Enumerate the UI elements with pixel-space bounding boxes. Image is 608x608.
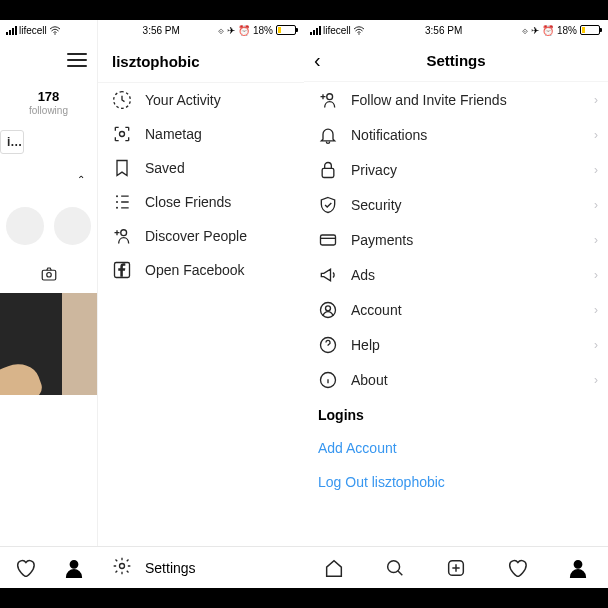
svg-point-6 [116, 201, 118, 203]
logout-link[interactable]: Log Out lisztophobic [304, 465, 608, 499]
svg-point-8 [121, 230, 127, 236]
svg-rect-14 [321, 235, 336, 245]
following-label: following [0, 105, 97, 118]
facebook-icon [112, 260, 132, 280]
account-icon [318, 300, 338, 320]
svg-rect-1 [42, 270, 56, 280]
saved-icon [112, 158, 132, 178]
close-friends-icon [112, 192, 132, 212]
signal-icon [310, 26, 321, 35]
home-tab-icon[interactable] [323, 557, 345, 579]
bell-icon [318, 125, 338, 145]
following-stat[interactable]: 178 following [0, 89, 97, 118]
lock-icon [318, 160, 338, 180]
settings-security[interactable]: Security› [304, 187, 608, 222]
nametag-icon [112, 124, 132, 144]
megaphone-icon [318, 265, 338, 285]
time-label: 3:56 PM [143, 25, 180, 36]
gear-icon [112, 556, 132, 579]
menu-saved[interactable]: Saved [98, 151, 304, 185]
carrier-label: lifecell [323, 25, 351, 36]
tagged-tab-icon[interactable] [0, 265, 97, 283]
battery-pct: 18% [253, 25, 273, 36]
menu-nametag[interactable]: Nametag [98, 117, 304, 151]
settings-header: ‹ Settings [304, 40, 608, 82]
carrier-label: lifecell [19, 25, 47, 36]
activity-icon [112, 90, 132, 110]
hamburger-icon[interactable] [67, 53, 87, 67]
signal-icon [6, 26, 17, 35]
create-tab-icon[interactable] [445, 557, 467, 579]
profile-photo-thumbnail[interactable] [0, 293, 97, 395]
svg-point-4 [120, 132, 125, 137]
battery-pct: 18% [557, 25, 577, 36]
settings-privacy[interactable]: Privacy› [304, 152, 608, 187]
wifi-icon [49, 26, 61, 35]
profile-tab-icon[interactable] [63, 557, 85, 579]
expand-caret-icon[interactable]: ⌃ [77, 174, 85, 185]
battery-icon [580, 25, 602, 35]
settings-account[interactable]: Account› [304, 292, 608, 327]
tab-bar-left [0, 546, 98, 588]
svg-point-21 [574, 560, 581, 567]
settings-notifications[interactable]: Notifications› [304, 117, 608, 152]
edit-profile-button[interactable]: ile [0, 130, 24, 154]
story-highlights[interactable] [0, 207, 97, 245]
status-bar: lifecell [0, 20, 97, 40]
svg-point-7 [116, 207, 118, 209]
profile-tab-icon[interactable] [567, 557, 589, 579]
add-account-link[interactable]: Add Account [304, 431, 608, 465]
settings-follow-invite[interactable]: Follow and Invite Friends› [304, 82, 608, 117]
svg-point-3 [70, 560, 77, 567]
svg-point-2 [46, 272, 51, 277]
info-icon [318, 370, 338, 390]
chevron-right-icon: › [594, 163, 598, 177]
chevron-right-icon: › [594, 268, 598, 282]
menu-discover-people[interactable]: Discover People [98, 219, 304, 253]
chevron-right-icon: › [594, 233, 598, 247]
help-icon [318, 335, 338, 355]
svg-point-16 [326, 305, 331, 310]
svg-rect-13 [322, 168, 334, 177]
following-count: 178 [0, 89, 97, 105]
settings-ads[interactable]: Ads› [304, 257, 608, 292]
sidebar-title: lisztophobic [98, 40, 304, 83]
discover-icon [112, 226, 132, 246]
menu-settings[interactable]: Settings [98, 546, 304, 588]
activity-tab-icon[interactable] [506, 557, 528, 579]
svg-point-12 [327, 93, 333, 99]
card-icon [318, 230, 338, 250]
wifi-icon [353, 26, 365, 35]
back-button[interactable]: ‹ [314, 49, 321, 72]
settings-title: Settings [426, 52, 485, 69]
logins-header: Logins [304, 397, 608, 431]
svg-point-5 [116, 195, 118, 197]
status-bar: 3:56 PM ⟐ ✈︎ ⏰ 18% [98, 20, 304, 40]
battery-icon [276, 25, 298, 35]
settings-about[interactable]: About› [304, 362, 608, 397]
tab-bar [304, 546, 608, 588]
add-person-icon [318, 90, 338, 110]
svg-point-0 [54, 33, 55, 34]
chevron-right-icon: › [594, 93, 598, 107]
search-tab-icon[interactable] [384, 557, 406, 579]
status-bar: lifecell 3:56 PM ⟐ ✈︎ ⏰ 18% [304, 20, 608, 40]
activity-tab-icon[interactable] [14, 557, 36, 579]
menu-close-friends[interactable]: Close Friends [98, 185, 304, 219]
menu-open-facebook[interactable]: Open Facebook [98, 253, 304, 287]
shield-icon [318, 195, 338, 215]
chevron-right-icon: › [594, 128, 598, 142]
svg-point-11 [358, 33, 359, 34]
time-label: 3:56 PM [425, 25, 462, 36]
chevron-right-icon: › [594, 338, 598, 352]
settings-help[interactable]: Help› [304, 327, 608, 362]
svg-point-10 [120, 564, 125, 569]
settings-payments[interactable]: Payments› [304, 222, 608, 257]
chevron-right-icon: › [594, 303, 598, 317]
menu-your-activity[interactable]: Your Activity [98, 83, 304, 117]
chevron-right-icon: › [594, 198, 598, 212]
chevron-right-icon: › [594, 373, 598, 387]
